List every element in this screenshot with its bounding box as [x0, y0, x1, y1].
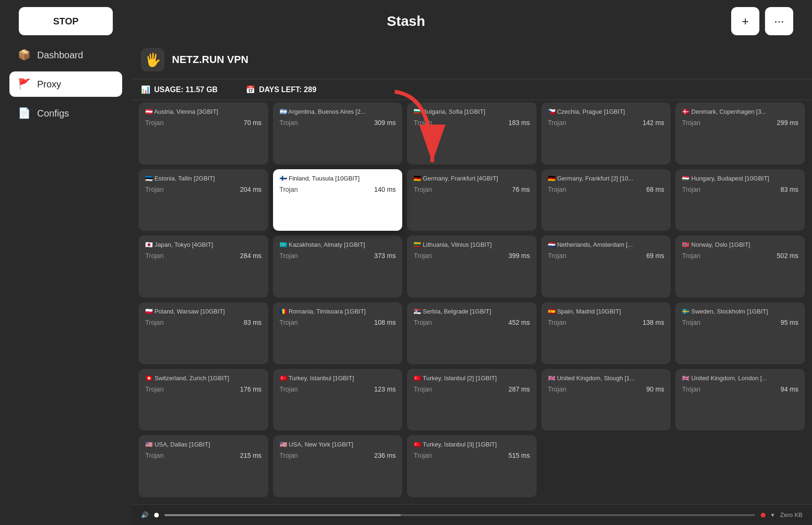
server-card[interactable]: 🇹🇷 Turkey, Istanbul [2] [1GBIT] Trojan 2… [407, 369, 537, 431]
server-name: 🇵🇱 Poland, Warsaw [10GBIT] [145, 308, 262, 315]
server-card[interactable]: 🇳🇴 Norway, Oslo [1GBIT] Trojan 502 ms [675, 235, 805, 298]
server-type: Trojan [682, 186, 700, 193]
server-ping: 452 ms [508, 319, 530, 326]
sidebar: 📦 Dashboard 🚩 Proxy 📄 Configs [0, 42, 132, 525]
server-card[interactable]: 🇭🇺 Hungary, Budapest [10GBIT] Trojan 83 … [675, 169, 805, 231]
server-card[interactable]: 🇩🇪 Germany, Frankfurt [2] [10... Trojan … [541, 169, 671, 231]
server-card[interactable]: 🇰🇿 Kazakhstan, Almaty [1GBIT] Trojan 373… [273, 235, 403, 298]
server-ping: 68 ms [646, 186, 664, 193]
server-location: USA, Dallas [1GBIT] [155, 441, 210, 448]
server-type: Trojan [145, 385, 164, 393]
server-stats: Trojan 452 ms [414, 319, 530, 326]
server-flag: 🇩🇰 [682, 108, 689, 115]
days-label: DAYS LEFT: 289 [259, 86, 316, 94]
server-flag: 🇬🇧 [548, 375, 555, 382]
server-type: Trojan [548, 385, 566, 393]
server-type: Trojan [548, 119, 566, 126]
server-location: Czechia, Prague [1GBIT] [557, 108, 625, 115]
server-card[interactable]: 🇺🇸 USA, New York [1GBIT] Trojan 236 ms [273, 435, 403, 497]
server-name: 🇹🇷 Turkey, Istanbul [3] [1GBIT] [414, 441, 530, 448]
server-ping: 70 ms [243, 119, 261, 126]
server-ping: 287 ms [508, 385, 530, 393]
server-type: Trojan [280, 319, 298, 326]
server-location: Finland, Tuusula [10GBIT] [289, 175, 359, 182]
stop-button[interactable]: STOP [19, 7, 113, 35]
main-layout: 📦 Dashboard 🚩 Proxy 📄 Configs 🖐 NETZ.RUN… [0, 42, 812, 525]
days-icon: 📅 [246, 85, 255, 94]
server-type: Trojan [548, 252, 566, 259]
proxy-icon: 🚩 [18, 78, 31, 90]
server-type: Trojan [145, 452, 164, 459]
vpn-logo: 🖐 [141, 48, 164, 71]
server-card[interactable]: 🇩🇰 Denmark, Copenhagen [3... Trojan 299 … [675, 102, 805, 165]
configs-icon: 📄 [18, 107, 31, 119]
server-type: Trojan [682, 119, 700, 126]
server-type: Trojan [414, 252, 432, 259]
server-flag: 🇹🇷 [414, 441, 421, 448]
zero-kb-label: ▾ [771, 511, 774, 518]
server-flag: 🇹🇷 [414, 375, 421, 382]
server-card[interactable]: 🇬🇧 United Kingdom, London [... Trojan 94… [675, 369, 805, 431]
server-card[interactable]: 🇸🇪 Sweden, Stockholm [1GBIT] Trojan 95 m… [675, 302, 805, 364]
server-card[interactable]: 🇷🇴 Romania, Timisoara [1GBIT] Trojan 108… [273, 302, 403, 364]
server-ping: 140 ms [374, 186, 396, 193]
server-card[interactable]: 🇺🇸 USA, Dallas [1GBIT] Trojan 215 ms [139, 435, 268, 497]
server-stats: Trojan 90 ms [548, 385, 664, 393]
server-card[interactable]: 🇫🇮 Finland, Tuusula [10GBIT] Trojan 140 … [273, 169, 403, 231]
sidebar-label-configs: Configs [37, 108, 69, 119]
server-card[interactable]: 🇹🇷 Turkey, Istanbul [1GBIT] Trojan 123 m… [273, 369, 403, 431]
server-ping: 373 ms [374, 252, 396, 259]
server-flag: 🇱🇹 [414, 241, 421, 248]
server-stats: Trojan 176 ms [145, 385, 262, 393]
server-card[interactable]: 🇵🇱 Poland, Warsaw [10GBIT] Trojan 83 ms [139, 302, 268, 364]
server-card[interactable]: 🇹🇷 Turkey, Istanbul [3] [1GBIT] Trojan 5… [407, 435, 537, 497]
server-ping: 83 ms [781, 186, 798, 193]
server-name: 🇹🇷 Turkey, Istanbul [2] [1GBIT] [414, 375, 530, 382]
server-type: Trojan [145, 119, 164, 126]
server-stats: Trojan 204 ms [145, 186, 262, 193]
server-card[interactable]: 🇧🇬 Bulgaria, Sofia [1GBIT] Trojan 183 ms [407, 102, 537, 165]
media-dot-red [761, 513, 765, 517]
server-flag: 🇪🇸 [548, 308, 555, 315]
server-stats: Trojan 373 ms [280, 252, 396, 259]
more-button[interactable]: ··· [765, 7, 793, 35]
server-card[interactable]: 🇩🇪 Germany, Frankfurt [4GBIT] Trojan 76 … [407, 169, 537, 231]
server-stats: Trojan 83 ms [145, 319, 262, 326]
server-flag: 🇦🇷 [280, 108, 287, 115]
media-track[interactable] [164, 514, 755, 516]
server-stats: Trojan 83 ms [682, 186, 798, 193]
server-card[interactable]: 🇯🇵 Japan, Tokyo [4GBIT] Trojan 284 ms [139, 235, 268, 298]
server-location: Poland, Warsaw [10GBIT] [155, 308, 225, 315]
stats-row: 📊 USAGE: 11.57 GB 📅 DAYS LEFT: 289 [132, 79, 812, 100]
server-flag: 🇺🇸 [145, 441, 153, 448]
server-card[interactable]: 🇦🇷 Argentina, Buenos Aires [2... Trojan … [273, 102, 403, 165]
server-flag: 🇷🇴 [280, 308, 287, 315]
server-ping: 399 ms [508, 252, 530, 259]
app-title: Stash [387, 13, 425, 29]
server-type: Trojan [280, 252, 298, 259]
vpn-header: 🖐 NETZ.RUN VPN [132, 42, 812, 79]
server-type: Trojan [548, 319, 566, 326]
server-flag: 🇨🇭 [145, 375, 153, 382]
server-name: 🇸🇪 Sweden, Stockholm [1GBIT] [682, 308, 798, 315]
server-card[interactable]: 🇳🇱 Netherlands, Amsterdam [... Trojan 69… [541, 235, 671, 298]
server-location: United Kingdom, London [... [691, 375, 767, 382]
server-card[interactable]: 🇪🇪 Estonia, Tallin [2GBIT] Trojan 204 ms [139, 169, 268, 231]
sidebar-item-dashboard[interactable]: 📦 Dashboard [9, 42, 122, 68]
server-card[interactable]: 🇪🇸 Spain, Madrid [10GBIT] Trojan 138 ms [541, 302, 671, 364]
sidebar-item-configs[interactable]: 📄 Configs [9, 101, 122, 126]
server-card[interactable]: 🇦🇹 Austria, Vienna [3GBIT] Trojan 70 ms [139, 102, 268, 165]
media-dot-white [154, 513, 159, 517]
server-card[interactable]: 🇱🇹 Lithuania, Vilnius [1GBIT] Trojan 399… [407, 235, 537, 298]
server-name: 🇩🇰 Denmark, Copenhagen [3... [682, 108, 798, 115]
server-stats: Trojan 183 ms [414, 119, 530, 126]
add-button[interactable]: + [731, 7, 759, 35]
server-card[interactable]: 🇬🇧 United Kingdom, Slough [1... Trojan 9… [541, 369, 671, 431]
server-stats: Trojan 502 ms [682, 252, 798, 259]
server-stats: Trojan 68 ms [548, 186, 664, 193]
sidebar-item-proxy[interactable]: 🚩 Proxy [9, 71, 122, 97]
server-card[interactable]: 🇨🇭 Switzerland, Zurich [1GBIT] Trojan 17… [139, 369, 268, 431]
server-card[interactable]: 🇷🇸 Serbia, Belgrade [1GBIT] Trojan 452 m… [407, 302, 537, 364]
server-stats: Trojan 309 ms [280, 119, 396, 126]
server-card[interactable]: 🇨🇿 Czechia, Prague [1GBIT] Trojan 142 ms [541, 102, 671, 165]
